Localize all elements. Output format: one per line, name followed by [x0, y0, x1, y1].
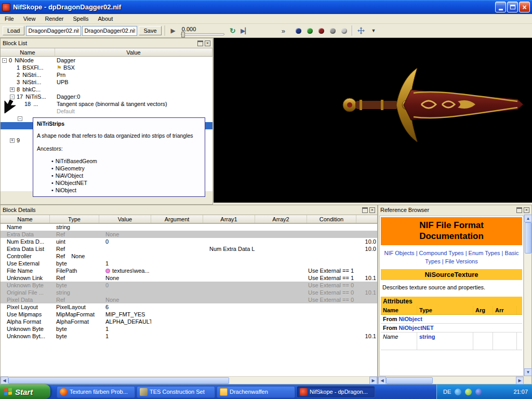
tree-row[interactable]: 1BSXFl... ⚑BSX [1, 64, 212, 71]
table-row[interactable]: Num Extra D...uint0 10.0 [1, 238, 377, 245]
column-header[interactable]: Array1 [203, 215, 255, 223]
scroll-left-icon[interactable]: ◀ [378, 377, 386, 384]
tray-messenger-icon[interactable] [475, 389, 482, 395]
float-panel-icon[interactable] [516, 207, 522, 213]
column-header[interactable]: Value [99, 215, 151, 223]
save-button[interactable]: Save [139, 26, 161, 35]
loop-button[interactable]: ↻ [227, 25, 238, 36]
menu-view[interactable]: View [19, 15, 41, 23]
close-button[interactable]: × [519, 2, 530, 12]
tree-expander-icon[interactable]: - [2, 58, 7, 63]
column-header-value[interactable]: Value [55, 48, 212, 56]
doc-link[interactable]: NiObject [399, 316, 422, 322]
tree-indent [18, 131, 22, 136]
toolbar-overflow-chevron[interactable]: » [282, 27, 285, 35]
column-header[interactable]: Array2 [255, 215, 307, 223]
column-header[interactable] [356, 215, 378, 223]
tree-row[interactable]: 18... Tangent space (binormal & tangent … [1, 100, 212, 108]
menu-file[interactable]: File [0, 15, 19, 23]
table-row[interactable]: Unknown LinkRefNone Use External == 110.… [1, 274, 377, 282]
menu-render[interactable]: Render [40, 15, 68, 23]
taskbar-task[interactable]: TES Construction Set [137, 386, 215, 398]
table-row[interactable]: Use Externalbyte1 [1, 260, 377, 267]
table-row[interactable]: Original File ...string Use External == … [1, 289, 377, 296]
table-row[interactable]: Unknown Bytebyte0 Use External == 0 [1, 282, 377, 289]
tree-expander-icon[interactable]: - [18, 116, 22, 121]
tree-row[interactable]: +8bhkC... [1, 86, 212, 93]
doc-link[interactable]: NIF Objects [384, 250, 415, 256]
play-button[interactable]: ▶ [168, 26, 179, 35]
scroll-down-icon[interactable]: ▼ [524, 368, 532, 376]
play-once-button[interactable]: ▶▏ [240, 25, 251, 36]
scroll-right-icon[interactable]: ▶ [516, 377, 524, 384]
scrollbar-thumb[interactable] [386, 377, 433, 384]
column-header[interactable]: Condition [307, 215, 356, 223]
tree-row[interactable]: 2NiStri... Prn [1, 71, 212, 78]
float-panel-icon[interactable] [362, 207, 368, 213]
table-row[interactable]: Use MipmapsMipMapFormatMIP_FMT_YES [1, 311, 377, 318]
table-row[interactable]: File NameFilePathtextures\wea... Use Ext… [1, 267, 377, 274]
reference-browser-vscrollbar[interactable]: ▲ ▼ [524, 215, 531, 376]
doc-link[interactable]: NiObjectNET [399, 325, 434, 331]
column-header-name[interactable]: Name [1, 48, 55, 56]
start-button[interactable]: Start [0, 384, 50, 399]
view-dropdown-button[interactable]: ▼ [368, 25, 379, 36]
tray-network-icon[interactable] [455, 389, 461, 395]
view-toggle-lightgray-button[interactable] [338, 25, 350, 36]
load-filename-field[interactable] [26, 26, 81, 36]
language-indicator[interactable]: DE [443, 389, 451, 395]
move-view-button[interactable] [355, 25, 367, 36]
menu-about[interactable]: About [93, 15, 117, 23]
taskbar-task[interactable]: Drachenwaffen [217, 386, 295, 398]
taskbar-task[interactable]: Texturen färben Prob... [57, 386, 135, 398]
load-button[interactable]: Load [3, 26, 24, 35]
table-row[interactable]: Pixel DataRefNone Use External == 0 [1, 296, 377, 303]
tree-row[interactable]: 3NiStri... UPB [1, 78, 212, 86]
table-row[interactable]: Pixel LayoutPixelLayout6 [1, 303, 377, 311]
save-filename-field[interactable] [82, 26, 137, 36]
table-row[interactable]: Extra DataRefNone [1, 231, 377, 238]
view-toggle-green-button[interactable] [304, 25, 315, 36]
view-toggle-gray-button[interactable] [327, 25, 338, 36]
table-row[interactable]: Alpha FormatAlphaFormatALPHA_DEFAULT [1, 318, 377, 325]
tree-row[interactable]: Default [1, 108, 212, 115]
close-panel-icon[interactable]: × [205, 41, 210, 46]
tree-expander-icon[interactable]: + [10, 138, 15, 143]
table-row[interactable]: ControllerRefNone [1, 252, 377, 260]
scroll-left-icon[interactable]: ◀ [1, 377, 8, 384]
time-slider[interactable] [181, 33, 224, 35]
view-toggle-red-button[interactable] [315, 25, 327, 36]
table-row[interactable]: Extra Data ListRef Num Extra Data L... 1… [1, 245, 377, 252]
close-panel-icon[interactable]: × [369, 207, 375, 213]
render-viewport[interactable] [214, 38, 532, 203]
block-details-hscrollbar[interactable]: ◀ ▶ [1, 376, 377, 384]
reference-browser-hscrollbar[interactable]: ◀ ▶ [378, 376, 524, 384]
table-row[interactable]: Unknown Bytebyte1 [1, 325, 377, 332]
minimize-button[interactable] [495, 2, 506, 12]
table-row[interactable]: Namestring [1, 223, 377, 231]
column-header[interactable]: Argument [151, 215, 203, 223]
tree-expander-icon[interactable]: + [10, 87, 15, 92]
ancestor-item: •NiObject [51, 187, 201, 194]
column-header[interactable]: Name [1, 215, 50, 223]
tree-row[interactable]: -17NiTriS... Dagger:0 [1, 93, 212, 100]
table-row[interactable]: Unknown Byt...byte1 10.1 [1, 332, 377, 340]
animation-time-control[interactable]: 0.000 [181, 26, 224, 35]
column-header[interactable]: Type [50, 215, 99, 223]
scrollbar-thumb[interactable] [8, 377, 229, 384]
doc-link[interactable]: File Versions [445, 258, 478, 264]
scroll-up-icon[interactable]: ▲ [524, 215, 532, 222]
start-label: Start [15, 388, 33, 396]
doc-link[interactable]: Enum Types [469, 250, 500, 256]
menu-spells[interactable]: Spells [68, 15, 93, 23]
tree-row[interactable]: -0NiNode Dagger [1, 57, 212, 64]
taskbar-task[interactable]: NifSkope - dpDragon... [297, 386, 375, 398]
doc-link[interactable]: Compound Types [419, 250, 464, 256]
maximize-button[interactable] [507, 2, 518, 12]
view-toggle-navy-button[interactable] [292, 25, 304, 36]
close-panel-icon[interactable]: × [524, 207, 529, 213]
scrollbar-thumb[interactable] [525, 222, 531, 254]
float-panel-icon[interactable] [197, 41, 203, 46]
tray-update-icon[interactable] [465, 389, 472, 395]
scroll-right-icon[interactable]: ▶ [369, 377, 377, 384]
